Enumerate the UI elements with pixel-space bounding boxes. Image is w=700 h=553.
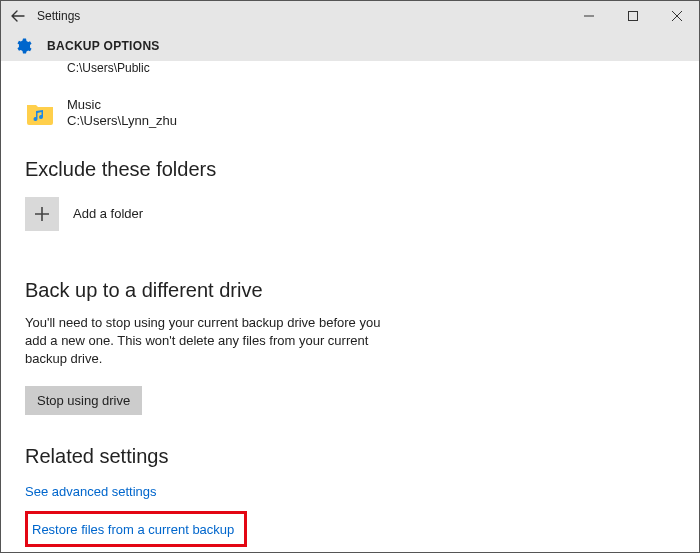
minimize-icon [584, 11, 594, 21]
plus-icon [25, 197, 59, 231]
backup-drive-heading: Back up to a different drive [25, 279, 675, 302]
folder-name: Music [67, 97, 177, 113]
stop-using-drive-button[interactable]: Stop using drive [25, 386, 142, 415]
back-arrow-icon [10, 8, 26, 24]
add-folder-button[interactable]: Add a folder [25, 197, 675, 231]
close-button[interactable] [655, 1, 699, 31]
svg-rect-0 [629, 12, 638, 21]
window-title: Settings [35, 9, 80, 23]
exclude-heading: Exclude these folders [25, 158, 675, 181]
minimize-button[interactable] [567, 1, 611, 31]
content-area: C:\Users\Public Music C:\Users\Lynn_zhu … [1, 61, 699, 552]
related-settings-heading: Related settings [25, 445, 675, 468]
music-folder-icon [25, 100, 55, 126]
add-folder-label: Add a folder [59, 206, 143, 221]
settings-window: Settings BACKUP OPTIONS C:\Users\Public [0, 0, 700, 553]
folder-item-text: Music C:\Users\Lynn_zhu [55, 97, 177, 130]
maximize-icon [628, 11, 638, 21]
see-advanced-settings-link[interactable]: See advanced settings [25, 484, 675, 499]
truncated-folder-path: C:\Users\Public [25, 61, 675, 75]
titlebar: Settings [1, 1, 699, 31]
page-header: BACKUP OPTIONS [1, 31, 699, 61]
folder-path: C:\Users\Lynn_zhu [67, 113, 177, 129]
gear-icon [13, 36, 33, 56]
restore-files-link[interactable]: Restore files from a current backup [32, 522, 234, 537]
maximize-button[interactable] [611, 1, 655, 31]
folder-item-music[interactable]: Music C:\Users\Lynn_zhu [25, 97, 675, 130]
back-button[interactable] [1, 8, 35, 24]
close-icon [672, 11, 682, 21]
backup-drive-description: You'll need to stop using your current b… [25, 314, 385, 369]
restore-link-highlight: Restore files from a current backup [25, 511, 247, 547]
page-title: BACKUP OPTIONS [33, 39, 160, 53]
